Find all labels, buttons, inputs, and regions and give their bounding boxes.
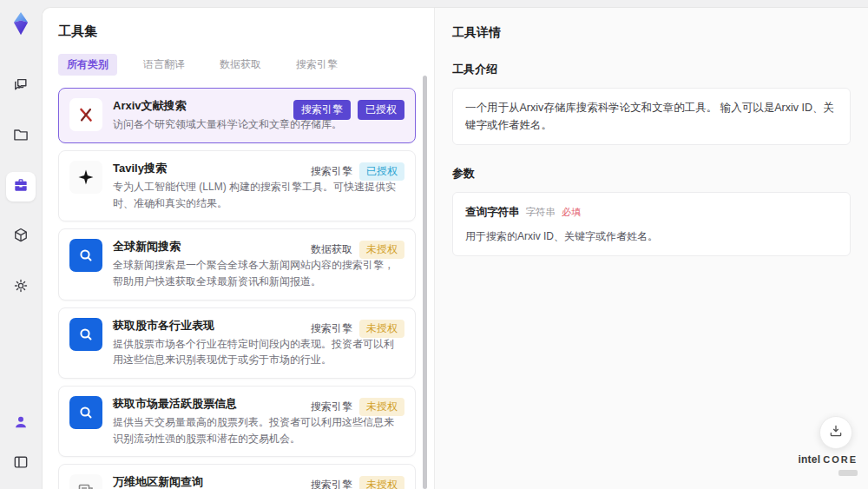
- scrollbar-thumb[interactable]: [423, 76, 427, 489]
- sidebar-item-collapse[interactable]: [6, 449, 36, 479]
- tool-status-badge: 未授权: [359, 398, 404, 416]
- core-text: core: [823, 455, 858, 465]
- tool-desc: 提供股票市场各个行业在特定时间段内的表现。投资者可以利用这些信息来识别表现优于或…: [113, 336, 404, 368]
- package-icon: [12, 227, 30, 248]
- details-title: 工具详情: [452, 25, 851, 41]
- news-blue-icon: [69, 396, 102, 429]
- intel-text: intel: [799, 454, 821, 465]
- category-tab-1[interactable]: 语言翻译: [135, 54, 194, 76]
- tab-label: 所有类别: [67, 58, 108, 70]
- tool-status-badge: 已授权: [359, 162, 404, 181]
- tool-badges: 搜索引擎 未授权: [311, 398, 404, 416]
- tool-card[interactable]: 获取股市各行业表现 提供股票市场各个行业在特定时间段内的表现。投资者可以利用这些…: [58, 307, 416, 379]
- tool-badges: 数据获取 未授权: [311, 241, 404, 259]
- tool-desc: 专为人工智能代理 (LLM) 构建的搜索引擎工具。可快速提供实时、准确和真实的结…: [113, 179, 404, 211]
- arxiv-icon: [69, 98, 102, 131]
- tool-category: 数据获取: [311, 242, 352, 257]
- main-content: 工具集 所有类别 语言翻译 数据获取 搜索引擎 Arxiv文献搜索 访问各个研究…: [42, 7, 868, 489]
- param-required-label: 必填: [562, 205, 581, 221]
- category-tabs: 所有类别 语言翻译 数据获取 搜索引擎: [58, 54, 434, 76]
- sidebar-item-chat[interactable]: [6, 71, 36, 101]
- intro-text: 一个用于从Arxiv存储库搜索科学论文和文章的工具。 输入可以是Arxiv ID…: [465, 102, 834, 131]
- tool-category: 搜索引擎: [311, 164, 352, 179]
- tool-category: 搜索引擎: [311, 321, 352, 336]
- tool-badges: 搜索引擎 已授权: [311, 162, 404, 181]
- user-avatar-icon: [12, 413, 30, 434]
- intro-box: 一个用于从Arxiv存储库搜索科学论文和文章的工具。 输入可以是Arxiv ID…: [452, 88, 851, 145]
- tavily-icon: [69, 161, 102, 194]
- tool-category: 搜索引擎: [293, 100, 351, 120]
- sidebar-item-settings[interactable]: [6, 273, 36, 302]
- sidebar-item-account[interactable]: [6, 409, 36, 439]
- tool-list: Arxiv文献搜索 访问各个研究领域大量科学论文和文章的存储库。 搜索引擎 已授…: [58, 88, 416, 489]
- tool-desc: 提供当天交易量最高的股票列表。投资者可以利用这些信息来识别流动性强的股票和潜在的…: [113, 414, 404, 446]
- param-type: 字符串: [526, 204, 556, 220]
- newspaper-icon: [69, 474, 102, 489]
- tool-badges: 搜索引擎 未授权: [311, 476, 404, 489]
- param-header: 查询字符串 字符串 必填: [465, 203, 838, 221]
- folder-icon: [12, 126, 30, 147]
- param-name: 查询字符串: [465, 203, 520, 221]
- tool-desc: 全球新闻搜索是一个聚合全球各大新闻网站内容的搜索引擎，帮助用户快速获取全球最新资…: [113, 257, 404, 289]
- sidebar-item-packages[interactable]: [6, 222, 36, 252]
- tool-category: 搜索引擎: [311, 400, 352, 414]
- tab-label: 数据获取: [220, 58, 261, 70]
- download-button[interactable]: [819, 416, 852, 449]
- tool-card[interactable]: Tavily搜索 专为人工智能代理 (LLM) 构建的搜索引擎工具。可快速提供实…: [58, 150, 416, 221]
- panel-toggle-icon: [12, 453, 30, 474]
- tool-badges: 搜索引擎 未授权: [311, 320, 404, 338]
- news-blue-icon: [69, 239, 102, 272]
- tool-card[interactable]: 获取市场最活跃股票信息 提供当天交易量最高的股票列表。投资者可以利用这些信息来识…: [58, 386, 416, 457]
- sidebar-item-toolbox[interactable]: [6, 172, 36, 202]
- category-tab-2[interactable]: 数据获取: [211, 54, 270, 76]
- intro-heading: 工具介绍: [452, 62, 851, 77]
- download-icon: [828, 423, 844, 442]
- tool-badges: 搜索引擎 已授权: [293, 100, 404, 120]
- intel-core-logo: intel core: [799, 454, 858, 479]
- params-heading: 参数: [452, 166, 851, 182]
- details-panel: 工具详情 工具介绍 一个用于从Arxiv存储库搜索科学论文和文章的工具。 输入可…: [435, 8, 868, 489]
- tool-status-badge: 未授权: [359, 320, 404, 338]
- tool-status-badge: 已授权: [358, 100, 404, 120]
- tool-status-badge: 未授权: [359, 476, 404, 489]
- page-title: 工具集: [58, 23, 434, 40]
- tool-card[interactable]: 全球新闻搜索 全球新闻搜索是一个聚合全球各大新闻网站内容的搜索引擎，帮助用户快速…: [58, 228, 416, 300]
- tab-label: 搜索引擎: [296, 58, 338, 70]
- toolbox-icon: [12, 176, 30, 197]
- param-desc: 用于搜索的Arxiv ID、关键字或作者姓名。: [465, 228, 838, 245]
- chat-icon: [12, 76, 30, 96]
- tools-panel: 工具集 所有类别 语言翻译 数据获取 搜索引擎 Arxiv文献搜索 访问各个研究…: [43, 8, 435, 489]
- news-blue-icon: [69, 318, 102, 351]
- sidebar-item-files[interactable]: [6, 122, 36, 151]
- category-tab-0[interactable]: 所有类别: [58, 54, 117, 76]
- tool-card[interactable]: Arxiv文献搜索 访问各个研究领域大量科学论文和文章的存储库。 搜索引擎 已授…: [58, 88, 416, 143]
- tab-label: 语言翻译: [143, 58, 185, 70]
- tool-card[interactable]: 万维地区新闻查询 查询具体行政区划内的新闻，快速了解各地新闻动态 搜索引擎 未授…: [58, 464, 416, 489]
- tool-status-badge: 未授权: [359, 241, 404, 259]
- app-logo-icon: [8, 10, 34, 36]
- tool-category: 搜索引擎: [311, 478, 352, 489]
- param-box: 查询字符串 字符串 必填 用于搜索的Arxiv ID、关键字或作者姓名。: [452, 192, 851, 256]
- intel-badge: [838, 470, 858, 476]
- gear-icon: [12, 277, 30, 298]
- app-sidebar: [0, 0, 42, 489]
- category-tab-3[interactable]: 搜索引擎: [287, 54, 346, 76]
